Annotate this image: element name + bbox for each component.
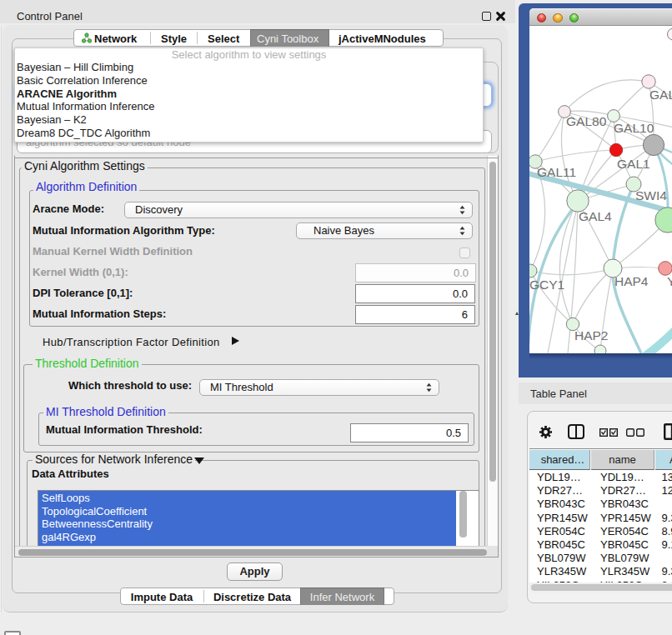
svg-text:HAP4: HAP4 [614, 274, 649, 288]
svg-text:GAL10: GAL10 [614, 121, 654, 135]
svg-text:GAL2: GAL2 [649, 88, 672, 102]
svg-text:HAP2: HAP2 [574, 328, 609, 342]
svg-text:GAL11: GAL11 [537, 165, 576, 179]
svg-text:GAL1: GAL1 [617, 157, 650, 171]
svg-text:SWI4: SWI4 [635, 188, 667, 202]
svg-text:GAL4: GAL4 [579, 209, 612, 223]
svg-text:GCY1: GCY1 [529, 278, 564, 292]
svg-text:GAL80: GAL80 [566, 114, 607, 128]
svg-text:YBR1: YBR1 [667, 274, 672, 288]
